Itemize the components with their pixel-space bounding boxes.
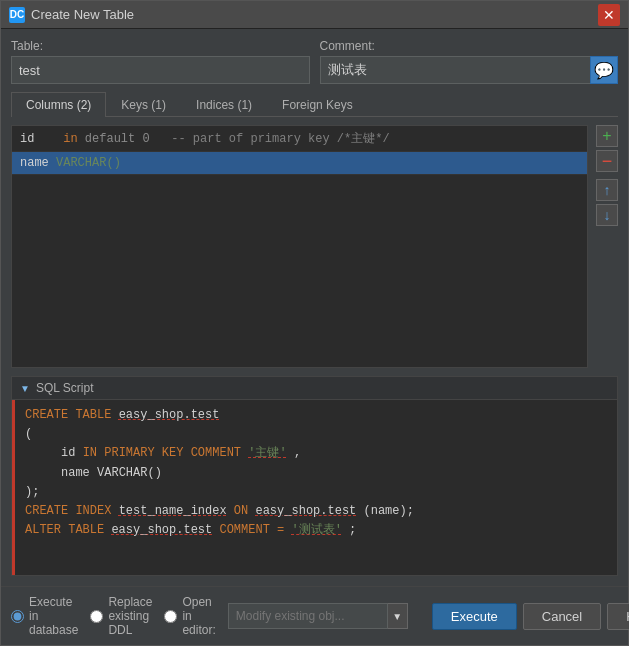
- comment-label: Comment:: [320, 39, 619, 53]
- replace-radio-group: Replace existing DDL: [90, 595, 152, 637]
- sql-body: CREATE TABLE easy_shop.test ( id IN PRIM…: [12, 400, 617, 575]
- tab-indices[interactable]: Indices (1): [181, 92, 267, 117]
- table-input[interactable]: [11, 56, 310, 84]
- column-list: id in default 0 -- part of primary key /…: [11, 125, 588, 368]
- editor-radio-group: Open in editor:: [164, 595, 215, 637]
- title-bar: DC Create New Table ✕: [1, 1, 628, 29]
- comment-icon-button[interactable]: 💬: [590, 56, 618, 84]
- help-button[interactable]: Help: [607, 603, 629, 630]
- editor-radio[interactable]: [164, 610, 177, 623]
- column-row-id[interactable]: id in default 0 -- part of primary key /…: [12, 126, 587, 152]
- sql-line-1: CREATE TABLE easy_shop.test: [25, 406, 607, 425]
- sql-line-4: name VARCHAR(): [25, 464, 607, 483]
- modify-input[interactable]: [228, 603, 388, 629]
- window-title: Create New Table: [31, 7, 598, 22]
- table-label: Table:: [11, 39, 310, 53]
- execute-label: Execute in database: [29, 595, 78, 637]
- replace-label: Replace existing DDL: [108, 595, 152, 637]
- sql-section: ▼ SQL Script CREATE TABLE easy_shop.test…: [11, 376, 618, 576]
- cancel-button[interactable]: Cancel: [523, 603, 601, 630]
- replace-radio[interactable]: [90, 610, 103, 623]
- move-down-button[interactable]: ↓: [596, 204, 618, 226]
- comment-wrapper: 💬: [320, 56, 619, 84]
- sql-line-7: ALTER TABLE easy_shop.test COMMENT = '测试…: [25, 521, 607, 540]
- sql-arrow-icon: ▼: [20, 383, 30, 394]
- sql-line-5: );: [25, 483, 607, 502]
- comment-field-group: Comment: 💬: [320, 39, 619, 84]
- sql-line-3: id IN PRIMARY KEY COMMENT '主键' ,: [25, 444, 607, 463]
- sql-line-6: CREATE INDEX test_name_index ON easy_sho…: [25, 502, 607, 521]
- column-action-buttons: + − ↑ ↓: [596, 125, 618, 368]
- bottom-bar: Execute in database Replace existing DDL…: [1, 586, 628, 645]
- app-icon: DC: [9, 7, 25, 23]
- add-column-button[interactable]: +: [596, 125, 618, 147]
- sql-header[interactable]: ▼ SQL Script: [12, 377, 617, 400]
- content-area: Table: Comment: 💬 Columns (2) Keys (1) I…: [1, 29, 628, 586]
- close-button[interactable]: ✕: [598, 4, 620, 26]
- move-up-button[interactable]: ↑: [596, 179, 618, 201]
- main-window: DC Create New Table ✕ Table: Comment: 💬 …: [0, 0, 629, 646]
- execute-button[interactable]: Execute: [432, 603, 517, 630]
- comment-input[interactable]: [320, 56, 591, 84]
- sql-label: SQL Script: [36, 381, 94, 395]
- action-buttons: Execute Cancel Help: [432, 603, 629, 630]
- editor-label: Open in editor:: [182, 595, 215, 637]
- modify-wrapper: ▼: [228, 603, 408, 629]
- tab-keys[interactable]: Keys (1): [106, 92, 181, 117]
- execute-radio[interactable]: [11, 610, 24, 623]
- top-fields-row: Table: Comment: 💬: [11, 39, 618, 84]
- columns-section: id in default 0 -- part of primary key /…: [11, 125, 618, 368]
- tab-columns[interactable]: Columns (2): [11, 92, 106, 117]
- column-row-name[interactable]: name VARCHAR(): [12, 152, 587, 175]
- modify-dropdown-button[interactable]: ▼: [388, 603, 408, 629]
- tab-foreign-keys[interactable]: Foreign Keys: [267, 92, 368, 117]
- tabs-row: Columns (2) Keys (1) Indices (1) Foreign…: [11, 92, 618, 117]
- execute-radio-group: Execute in database: [11, 595, 78, 637]
- sql-line-2: (: [25, 425, 607, 444]
- remove-column-button[interactable]: −: [596, 150, 618, 172]
- table-field-group: Table:: [11, 39, 310, 84]
